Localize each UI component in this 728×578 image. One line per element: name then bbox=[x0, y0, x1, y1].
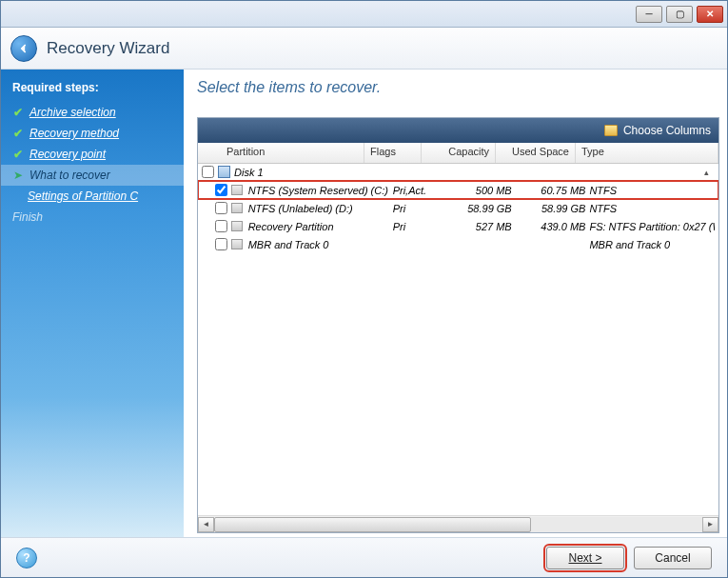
wizard-header: Recovery Wizard bbox=[1, 28, 727, 70]
step-label: Archive selection bbox=[30, 106, 116, 119]
scroll-right-button[interactable]: ► bbox=[702, 517, 718, 532]
col-used-space[interactable]: Used Space bbox=[496, 143, 576, 163]
partition-flags: Pri bbox=[393, 221, 443, 232]
cancel-button[interactable]: Cancel bbox=[634, 547, 712, 569]
col-flags[interactable]: Flags bbox=[364, 143, 422, 163]
partition-flags: Pri bbox=[393, 203, 443, 214]
partition-type: MBR and Track 0 bbox=[589, 239, 715, 250]
partition-icon bbox=[231, 203, 243, 213]
step-label: Recovery point bbox=[30, 148, 106, 161]
partition-grid: Disk 1 ▴ NTFS (System Reserved) (C:)Pri,… bbox=[198, 164, 718, 515]
titlebar: ─ ▢ ✕ bbox=[1, 1, 727, 28]
columns-icon bbox=[604, 125, 618, 136]
partition-row[interactable]: MBR and Track 0MBR and Track 0 bbox=[198, 235, 718, 253]
back-button[interactable] bbox=[10, 35, 37, 62]
choose-columns-button[interactable]: Choose Columns bbox=[198, 118, 718, 143]
partition-name: Recovery Partition bbox=[246, 221, 389, 232]
partition-used: 58.99 GB bbox=[516, 203, 586, 214]
partition-used: 439.0 MB bbox=[516, 221, 586, 232]
disk-icon bbox=[218, 166, 230, 178]
partition-checkbox[interactable] bbox=[215, 220, 227, 232]
step-recovery-method[interactable]: ✔ Recovery method bbox=[1, 123, 184, 144]
partition-type: FS: NTFS Partition: 0x27 (Wi bbox=[589, 221, 715, 232]
disk-group-row[interactable]: Disk 1 ▴ bbox=[198, 164, 718, 181]
arrow-left-icon bbox=[17, 42, 30, 55]
main-panel: Select the items to recover. Choose Colu… bbox=[184, 70, 727, 537]
choose-columns-label: Choose Columns bbox=[623, 124, 711, 137]
partition-used: 60.75 MB bbox=[516, 185, 586, 196]
check-icon: ✔ bbox=[12, 107, 24, 118]
col-capacity[interactable]: Capacity bbox=[422, 143, 496, 163]
partition-list: Choose Columns Partition Flags Capacity … bbox=[197, 117, 719, 533]
check-icon: ✔ bbox=[12, 128, 24, 139]
sidebar-heading: Required steps: bbox=[1, 77, 184, 102]
maximize-button[interactable]: ▢ bbox=[666, 6, 693, 23]
partition-flags: Pri,Act. bbox=[393, 185, 443, 196]
partition-checkbox[interactable] bbox=[215, 202, 227, 214]
step-archive-selection[interactable]: ✔ Archive selection bbox=[1, 102, 184, 123]
partition-row[interactable]: NTFS (System Reserved) (C:)Pri,Act.500 M… bbox=[198, 181, 718, 199]
arrow-right-icon: ➤ bbox=[12, 169, 24, 181]
disk-checkbox[interactable] bbox=[202, 166, 214, 178]
step-label: Recovery method bbox=[30, 127, 119, 140]
partition-capacity: 500 MB bbox=[446, 185, 511, 196]
step-finish: Finish bbox=[1, 207, 184, 228]
column-headers: Partition Flags Capacity Used Space Type bbox=[198, 143, 718, 164]
step-label: Finish bbox=[12, 210, 43, 224]
partition-capacity: 527 MB bbox=[446, 221, 511, 232]
partition-name: NTFS (System Reserved) (C:) bbox=[246, 185, 389, 196]
partition-row[interactable]: Recovery PartitionPri527 MB439.0 MBFS: N… bbox=[198, 217, 718, 235]
check-icon: ✔ bbox=[12, 149, 24, 160]
step-label: What to recover bbox=[30, 169, 110, 182]
recovery-wizard-window: ─ ▢ ✕ Recovery Wizard Required steps: ✔ … bbox=[0, 0, 728, 578]
footer: ? Next > Cancel bbox=[1, 537, 727, 577]
partition-capacity: 58.99 GB bbox=[446, 203, 511, 214]
minimize-button[interactable]: ─ bbox=[636, 6, 662, 23]
help-button[interactable]: ? bbox=[16, 548, 37, 568]
step-what-to-recover[interactable]: ➤ What to recover bbox=[1, 165, 184, 186]
partition-name: MBR and Track 0 bbox=[246, 239, 389, 250]
partition-name: NTFS (Unlabeled) (D:) bbox=[246, 203, 389, 214]
partition-checkbox[interactable] bbox=[215, 238, 227, 250]
partition-type: NTFS bbox=[589, 185, 715, 196]
step-label: Settings of Partition C bbox=[28, 189, 138, 203]
partition-icon bbox=[231, 185, 243, 195]
col-type[interactable]: Type bbox=[576, 143, 718, 163]
sidebar: Required steps: ✔ Archive selection ✔ Re… bbox=[1, 70, 184, 537]
page-title: Select the items to recover. bbox=[197, 79, 719, 96]
col-partition[interactable]: Partition bbox=[221, 143, 364, 163]
partition-checkbox[interactable] bbox=[215, 184, 227, 196]
scroll-left-button[interactable]: ◄ bbox=[198, 517, 214, 532]
partition-icon bbox=[231, 221, 243, 231]
wizard-title: Recovery Wizard bbox=[47, 39, 169, 58]
horizontal-scrollbar[interactable]: ◄ ► bbox=[198, 515, 718, 532]
close-button[interactable]: ✕ bbox=[697, 6, 723, 23]
disk-label: Disk 1 bbox=[234, 167, 264, 178]
partition-row[interactable]: NTFS (Unlabeled) (D:)Pri58.99 GB58.99 GB… bbox=[198, 199, 718, 217]
scroll-thumb[interactable] bbox=[214, 517, 531, 532]
partition-type: NTFS bbox=[589, 203, 715, 214]
partition-icon bbox=[231, 239, 243, 249]
next-button[interactable]: Next > bbox=[546, 547, 624, 569]
step-settings-partition-c[interactable]: Settings of Partition C bbox=[1, 186, 184, 207]
collapse-icon[interactable]: ▴ bbox=[704, 168, 715, 177]
step-recovery-point[interactable]: ✔ Recovery point bbox=[1, 144, 184, 165]
